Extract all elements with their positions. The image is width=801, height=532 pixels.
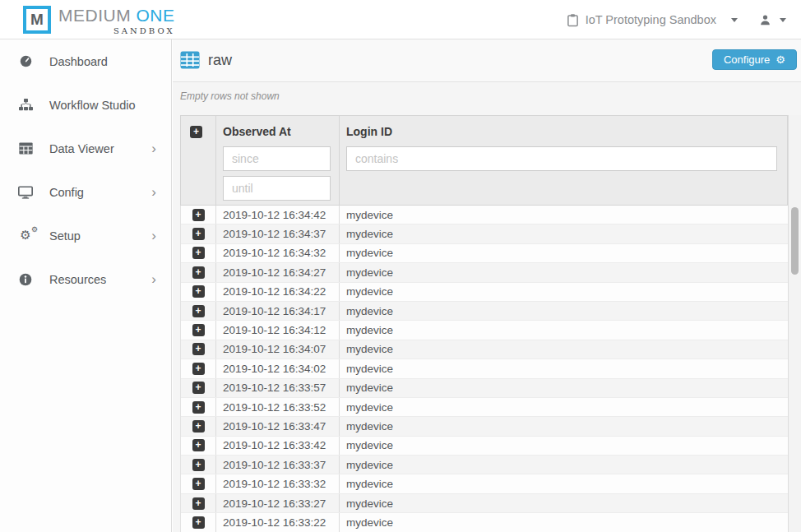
login-id-cell: mydevice — [340, 302, 788, 320]
sidebar: Dashboard Workflow Studio Data Viewer › … — [0, 39, 172, 532]
table-icon — [16, 142, 35, 155]
column-title: Login ID — [346, 122, 777, 141]
expand-row-button[interactable]: + — [192, 285, 205, 298]
table-row: +2019-10-12 16:34:37mydevice — [181, 224, 788, 243]
expand-row-button[interactable]: + — [192, 324, 205, 336]
user-icon — [759, 14, 771, 26]
observed-at-cell: 2019-10-12 16:34:02 — [216, 359, 340, 377]
sidebar-item-label: Config — [49, 186, 151, 199]
login-id-cell: mydevice — [340, 263, 788, 281]
observed-at-cell: 2019-10-12 16:33:22 — [216, 513, 340, 531]
sidebar-item-workflow-studio[interactable]: Workflow Studio — [0, 83, 171, 127]
info-circle-icon — [16, 273, 35, 286]
expand-cell: + — [181, 340, 216, 359]
dashboard-gauge-icon — [16, 54, 35, 68]
table-row: +2019-10-12 16:34:27mydevice — [181, 263, 788, 282]
chevron-right-icon: › — [151, 229, 156, 243]
sidebar-item-label: Dashboard — [49, 55, 156, 68]
sidebar-item-config[interactable]: Config › — [0, 170, 171, 214]
observed-at-cell: 2019-10-12 16:34:22 — [216, 283, 340, 301]
expand-row-button[interactable]: + — [192, 209, 205, 221]
project-selector-label: IoT Prototyping Sandbox — [586, 13, 716, 26]
expand-cell: + — [181, 513, 216, 531]
expand-all-cell: + — [181, 116, 216, 205]
sidebar-item-data-viewer[interactable]: Data Viewer › — [0, 127, 171, 170]
login-id-cell: mydevice — [340, 474, 788, 493]
observed-at-cell: 2019-10-12 16:34:32 — [216, 244, 340, 262]
login-id-cell: mydevice — [340, 224, 788, 243]
expand-row-button[interactable]: + — [192, 363, 205, 375]
table-row: +2019-10-12 16:33:57mydevice — [181, 379, 788, 398]
sitemap-icon — [16, 99, 35, 111]
sidebar-item-label: Data Viewer — [49, 142, 151, 155]
sidebar-item-label: Resources — [49, 273, 151, 286]
expand-row-button[interactable]: + — [192, 305, 205, 317]
project-selector[interactable]: IoT Prototyping Sandbox — [567, 13, 738, 27]
login-id-cell: mydevice — [340, 340, 788, 359]
expand-row-button[interactable]: + — [192, 343, 205, 355]
table-row: +2019-10-12 16:33:27mydevice — [181, 494, 788, 513]
table-row: +2019-10-12 16:33:32mydevice — [181, 474, 788, 493]
expand-row-button[interactable]: + — [192, 401, 205, 414]
table-row: +2019-10-12 16:34:17mydevice — [181, 302, 788, 321]
expand-cell: + — [181, 437, 216, 455]
table-scrollbar[interactable] — [788, 115, 801, 532]
expand-row-button[interactable]: + — [192, 266, 205, 279]
expand-row-button[interactable]: + — [192, 497, 205, 510]
table-header: + Observed At Login ID — [180, 115, 788, 206]
observed-at-cell: 2019-10-12 16:34:42 — [216, 206, 340, 224]
gears-icon: ⚙⚙ — [16, 229, 35, 242]
expand-cell: + — [181, 224, 216, 243]
expand-row-button[interactable]: + — [192, 382, 205, 394]
expand-row-button[interactable]: + — [192, 420, 205, 433]
observed-at-column-header: Observed At — [216, 116, 340, 205]
expand-cell: + — [181, 379, 216, 397]
contains-filter-input[interactable] — [346, 146, 777, 171]
scrollbar-thumb[interactable] — [791, 207, 799, 275]
observed-at-cell: 2019-10-12 16:34:27 — [216, 263, 340, 281]
chevron-down-icon — [731, 18, 738, 22]
table-row: +2019-10-12 16:34:32mydevice — [181, 244, 788, 263]
observed-at-cell: 2019-10-12 16:34:12 — [216, 321, 340, 339]
expand-cell: + — [181, 263, 216, 281]
expand-row-button[interactable]: + — [192, 228, 205, 240]
expand-row-button[interactable]: + — [192, 459, 205, 471]
table-body: +2019-10-12 16:34:42mydevice+2019-10-12 … — [180, 206, 788, 532]
expand-cell: + — [181, 302, 216, 320]
topbar: M MEDIUM ONE SANDBOX IoT Prototyping San… — [0, 0, 801, 39]
expand-cell: + — [181, 417, 216, 435]
expand-cell: + — [181, 494, 216, 512]
expand-row-button[interactable]: + — [192, 439, 205, 451]
chevron-right-icon: › — [151, 272, 156, 286]
login-id-cell: mydevice — [340, 379, 788, 397]
expand-cell: + — [181, 244, 216, 262]
data-table: + Observed At Login ID +2019-10-12 16:34… — [180, 115, 788, 532]
table-row: +2019-10-12 16:34:02mydevice — [181, 359, 788, 378]
until-filter-input[interactable] — [223, 176, 331, 201]
user-menu[interactable] — [759, 14, 786, 26]
since-filter-input[interactable] — [223, 146, 331, 171]
sidebar-item-dashboard[interactable]: Dashboard — [0, 39, 171, 83]
observed-at-cell: 2019-10-12 16:34:07 — [216, 340, 340, 359]
expand-cell: + — [181, 283, 216, 301]
expand-all-button[interactable]: + — [190, 126, 202, 138]
expand-cell: + — [181, 398, 216, 416]
sidebar-item-setup[interactable]: ⚙⚙ Setup › — [0, 214, 171, 257]
expand-row-button[interactable]: + — [192, 478, 205, 490]
expand-cell: + — [181, 206, 216, 224]
sidebar-item-resources[interactable]: Resources › — [0, 257, 171, 301]
chevron-right-icon: › — [151, 185, 156, 199]
expand-row-button[interactable]: + — [192, 516, 205, 529]
brand-tagline: SANDBOX — [113, 26, 175, 35]
brand-logo: M MEDIUM ONE SANDBOX — [23, 6, 175, 35]
login-id-cell: mydevice — [340, 398, 788, 416]
gear-icon: ⚙ — [776, 54, 785, 65]
observed-at-cell: 2019-10-12 16:33:37 — [216, 456, 340, 474]
configure-button[interactable]: Configure ⚙ — [712, 49, 797, 70]
logo-m-icon: M — [23, 6, 51, 34]
login-id-cell: mydevice — [340, 206, 788, 224]
table-row: +2019-10-12 16:33:22mydevice — [181, 513, 788, 532]
expand-row-button[interactable]: + — [192, 247, 205, 259]
column-title: Observed At — [223, 122, 331, 141]
chevron-down-icon — [780, 18, 786, 22]
